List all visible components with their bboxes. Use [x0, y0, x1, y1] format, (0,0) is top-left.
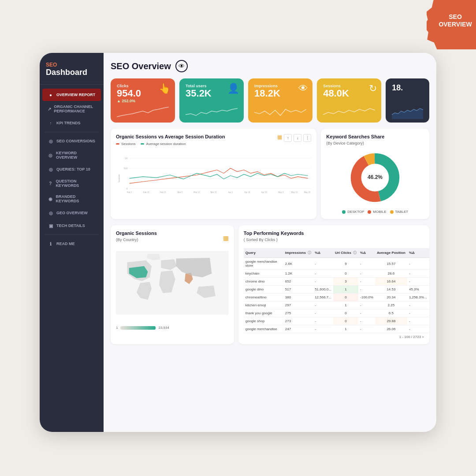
svg-text:500: 500: [124, 167, 128, 170]
sidebar-item-organic[interactable]: ↗ ORGANIC CHANNEL PERFORMANCE: [42, 101, 101, 116]
sidebar-item-overview[interactable]: ● OVERVIEW REPORT: [42, 89, 101, 101]
legend-sessions: Sessions: [116, 142, 135, 146]
cell-ctr: 0.47%: [428, 301, 429, 309]
map-gradient: [120, 326, 156, 330]
sort-up-btn[interactable]: ↑: [284, 134, 292, 142]
kpi-value-extra: 18.: [392, 84, 423, 93]
sidebar-item-kpi[interactable]: ↑ KPI TRENDS: [42, 117, 101, 129]
cell-pos-delta: -: [407, 317, 428, 325]
more-btn[interactable]: ⋮: [303, 134, 311, 142]
sidebar-item-queries[interactable]: ◎ QUERIES: TOP 10: [42, 163, 101, 175]
sidebar-seo-label: SEO: [46, 62, 97, 68]
svg-text:Apr 1: Apr 1: [228, 191, 233, 193]
map-title: Organic Sessions: [116, 231, 157, 236]
kpi-card-users: Total users 35.2K 👤: [179, 78, 244, 123]
sidebar-item-label: SEO CONVERSIONS: [56, 139, 95, 143]
sidebar-item-conversions[interactable]: ◎ SEO CONVERSIONS: [42, 135, 101, 147]
sidebar-dashboard-label: Dashboard: [46, 68, 97, 77]
world-map-svg: [116, 245, 229, 320]
map-subtitle: (By Country): [116, 238, 157, 242]
kpi-card-sessions: Sessions 48.0K ↻: [317, 78, 381, 123]
cell-clicks-delta: -: [358, 301, 375, 309]
cell-clicks-delta: -: [358, 286, 375, 294]
charts-row: Organic Sessions vs Average Session Dura…: [111, 129, 429, 219]
sidebar-item-label: BRANDED KEYWORDS: [56, 194, 96, 203]
svg-text:0: 0: [126, 187, 128, 190]
col-clicks-delta: %Δ: [358, 248, 375, 258]
col-ctr: URL CTR: [428, 248, 429, 258]
kpi-card-impressions: Impressions 18.2K 👁: [248, 78, 312, 123]
kpi-card-clicks: Clicks 954.0 ▲ 252.0% 👆: [111, 78, 175, 123]
svg-text:Sessions: Sessions: [118, 174, 120, 182]
map-card: Organic Sessions (By Country) ▦: [111, 225, 234, 344]
cell-imp-delta: -: [313, 317, 333, 325]
cell-pos-delta: -: [407, 301, 428, 309]
svg-text:Apr 11: Apr 11: [244, 191, 250, 193]
svg-text:May 21: May 21: [304, 191, 311, 193]
cell-ctr: 0.35%: [428, 286, 429, 294]
col-query: Query: [244, 248, 283, 258]
organic-sessions-chart: Organic Sessions vs Average Session Dura…: [111, 129, 316, 219]
kpi-value-sessions: 48.0K: [323, 88, 375, 99]
cell-query: chrome dino: [244, 278, 283, 286]
eye-icon: 👁: [175, 60, 188, 72]
tablet-frame: SEO Dashboard ● OVERVIEW REPORT ↗ ORGANI…: [40, 53, 436, 432]
donut-container: 46.2% DESKTOP MOBILE TABLE: [326, 149, 424, 214]
cell-query: google merchandise store: [244, 258, 283, 270]
sidebar-item-questions[interactable]: ? QUESTION KEYWORDS: [42, 176, 101, 191]
col-avg-pos: Average Position: [375, 248, 407, 258]
nav-divider: [45, 132, 98, 132]
keyword-share-title: Keyword Searches Share: [326, 134, 424, 139]
cell-ctr: 3.11%: [428, 278, 429, 286]
legend-desktop: DESKTOP: [342, 210, 364, 214]
keyword-icon: ◎: [48, 152, 53, 158]
cell-query: google merchandise: [244, 325, 283, 333]
sort-down-btn[interactable]: ↓: [294, 134, 301, 142]
cell-ctr: 0%: [428, 309, 429, 317]
cell-url-clicks: 0: [333, 309, 358, 317]
donut-legend: DESKTOP MOBILE TABLET: [342, 210, 408, 214]
keyword-share-subtitle: (By Device Category): [326, 141, 424, 145]
cell-url-clicks: 0: [333, 294, 358, 301]
keywords-table: Query Impressions ⓘ %Δ Url Clicks ⓘ %Δ A…: [244, 248, 429, 333]
cell-impressions: 273: [283, 317, 313, 325]
cell-url-clicks: 3: [333, 278, 358, 286]
cell-query: google dino: [244, 286, 283, 294]
svg-text:Feb 1: Feb 1: [127, 191, 132, 193]
keyword-share-chart: Keyword Searches Share (By Device Catego…: [321, 129, 429, 219]
sidebar-brand: SEO Dashboard: [40, 62, 104, 85]
sidebar-item-branded[interactable]: ◉ BRANDED KEYWORDS: [42, 191, 101, 206]
cell-impressions: 1.2K: [283, 270, 313, 278]
svg-text:Apr 22: Apr 22: [261, 191, 268, 193]
map-max: 23,934: [158, 326, 169, 330]
legend-tablet: TABLET: [390, 210, 409, 214]
sidebar-item-geo[interactable]: ◎ GEO OVERVIEW: [42, 207, 101, 219]
overview-icon: ●: [48, 92, 54, 98]
cell-query: kitchen emoji: [244, 301, 283, 309]
col-imp-delta: %Δ: [313, 248, 333, 258]
sidebar-item-tech[interactable]: ▣ TECH DETAILS: [42, 219, 101, 232]
cell-url-clicks: 0: [333, 317, 358, 325]
stamp-line2: OVERVIEW: [439, 21, 472, 28]
main-content: SEO Overview 👁 Clicks 954.0 ▲ 252.0% 👆: [104, 53, 436, 432]
kpi-label-sessions: Sessions: [323, 84, 375, 88]
impressions-icon: 👁: [298, 83, 308, 94]
legend-mobile: MOBILE: [368, 210, 386, 214]
cell-pos-delta: -: [407, 270, 428, 278]
cell-imp-delta: 51,600.0...: [313, 286, 333, 294]
organic-icon: ↗: [48, 106, 51, 112]
kpi-card-extra: 18.: [386, 78, 429, 123]
svg-text:Feb 11: Feb 11: [143, 191, 150, 193]
sidebar-item-keyword[interactable]: ◎ KEYWORD OVERVIEW: [42, 148, 101, 163]
users-sparkline: [186, 106, 238, 119]
stamp-line1: SEO: [449, 13, 462, 21]
cell-impressions: 652: [283, 278, 313, 286]
col-pos-delta: %Δ: [407, 248, 428, 258]
svg-text:Mar 2: Mar 2: [177, 191, 182, 193]
cell-pos-delta: -: [407, 278, 428, 286]
cell-query: keychain: [244, 270, 283, 278]
cell-avg-pos: 28.6: [375, 270, 407, 278]
questions-icon: ?: [48, 180, 53, 186]
cell-imp-delta: 12,566.7...: [313, 294, 333, 301]
sidebar-item-readme[interactable]: ℹ READ ME: [42, 238, 101, 250]
